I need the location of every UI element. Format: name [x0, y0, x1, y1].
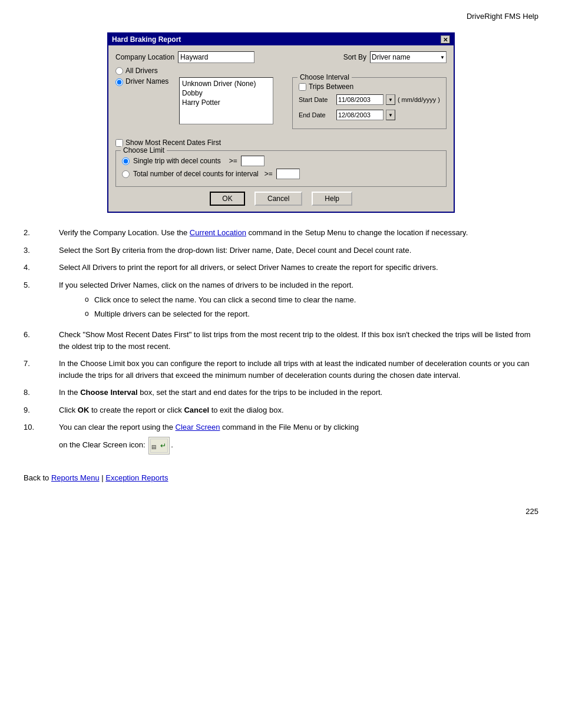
step-8-bold: Choose Interval: [80, 388, 138, 397]
single-trip-input[interactable]: [241, 156, 265, 166]
single-trip-gte: >=: [229, 157, 237, 165]
step-7-num: 7.: [24, 358, 59, 381]
step-9-cancel: Cancel: [184, 406, 209, 414]
sort-by-label: Sort By: [343, 53, 366, 61]
total-decel-input[interactable]: [276, 169, 300, 179]
company-location-label: Company Location: [115, 53, 174, 61]
cancel-button[interactable]: Cancel: [254, 192, 302, 206]
list-item[interactable]: Unknown Driver (None): [181, 79, 272, 88]
step-5-text: If you selected Driver Names, click on t…: [59, 281, 353, 289]
sort-by-area: Sort By Driver name Date Decel count Dec…: [343, 51, 447, 63]
dialog-titlebar: Hard Braking Report ✕: [108, 34, 454, 45]
step-10-period: .: [171, 440, 173, 449]
step-6: 6. Check "Show Most Recent Dates First" …: [24, 329, 538, 352]
step-4-num: 4.: [24, 262, 59, 274]
trips-between-label: Trips Between: [309, 83, 353, 91]
single-trip-row: Single trip with decel counts >=: [122, 156, 440, 166]
total-decel-label: Total number of decel counts for interva…: [133, 170, 259, 178]
step-7-text: In the Choose Limit box you can configur…: [59, 358, 538, 381]
page-header: DriveRight FMS Help: [24, 12, 538, 21]
all-drivers-label: All Drivers: [125, 67, 158, 75]
back-prefix: Back to: [24, 473, 51, 482]
step-3-text: Select the Sort By criteria from the dro…: [59, 245, 538, 256]
step-8: 8. In the Choose Interval box, set the s…: [24, 387, 538, 398]
start-date-dropdown[interactable]: ▼: [386, 94, 395, 105]
step-5-num: 5.: [24, 279, 59, 324]
trips-between-checkbox[interactable]: [299, 83, 306, 91]
single-trip-radio[interactable]: [122, 157, 130, 165]
step-5-sub1: Click once to select the name. You can c…: [82, 294, 538, 306]
step-5: 5. If you selected Driver Names, click o…: [24, 279, 538, 324]
choose-interval-box: Choose Interval Trips Between Start Date…: [292, 77, 447, 129]
button-row: OK Cancel Help: [115, 192, 447, 206]
single-trip-label: Single trip with decel counts: [133, 157, 221, 165]
dialog-body: Company Location Sort By Driver name Dat…: [108, 45, 454, 212]
step-9: 9. Click OK to create the report or clic…: [24, 404, 538, 416]
step-3: 3. Select the Sort By criteria from the …: [24, 245, 538, 256]
choose-limit-box: Choose Limit Single trip with decel coun…: [115, 150, 447, 187]
clear-screen-link[interactable]: Clear Screen: [176, 423, 220, 431]
dialog-container: Hard Braking Report ✕ Company Location S…: [24, 32, 538, 213]
step-4-text: Select All Drivers to print the report f…: [59, 262, 538, 274]
back-links: Back to Reports Menu | Exception Reports: [24, 472, 538, 484]
list-item[interactable]: Harry Potter: [181, 98, 272, 107]
driver-names-radio[interactable]: [115, 78, 123, 86]
page-number-value: 225: [525, 507, 538, 516]
left-section: Driver Names Unknown Driver (None) Dobby…: [115, 77, 286, 134]
hard-braking-dialog: Hard Braking Report ✕ Company Location S…: [107, 32, 455, 213]
company-location-input[interactable]: [178, 51, 254, 63]
company-location-area: Company Location: [115, 51, 254, 63]
show-recent-row: Show Most Recent Dates First: [115, 139, 447, 147]
driver-names-row: Driver Names Unknown Driver (None) Dobby…: [115, 77, 286, 124]
step-9-text: Click OK to create the report or click C…: [59, 404, 538, 416]
header-title: DriveRight FMS Help: [467, 12, 538, 21]
step-2-text: Verify the Company Location. Use the Cur…: [59, 227, 538, 239]
step-5-sub2: Multiple drivers can be selected for the…: [82, 308, 538, 320]
current-location-link[interactable]: Current Location: [190, 228, 246, 237]
trips-between-row: Trips Between: [299, 83, 440, 91]
exception-reports-link[interactable]: Exception Reports: [105, 473, 168, 482]
step-6-num: 6.: [24, 329, 59, 352]
start-date-input[interactable]: [336, 94, 384, 105]
end-date-row: End Date ▼: [299, 110, 440, 120]
top-row: Company Location Sort By Driver name Dat…: [115, 51, 447, 63]
step-10-content: You can clear the report using the Clear…: [59, 421, 538, 454]
start-date-label: Start Date: [299, 96, 334, 103]
step-6-text: Check "Show Most Recent Dates First" to …: [59, 329, 538, 352]
show-recent-label: Show Most Recent Dates First: [125, 139, 221, 147]
step-5-sublist: Click once to select the name. You can c…: [82, 294, 538, 319]
dialog-close-button[interactable]: ✕: [441, 35, 450, 44]
end-date-dropdown[interactable]: ▼: [386, 110, 395, 120]
dialog-title: Hard Braking Report: [112, 35, 181, 44]
step-5-content: If you selected Driver Names, click on t…: [59, 279, 538, 324]
ok-button[interactable]: OK: [210, 192, 245, 206]
start-date-row: Start Date ▼ ( mm/dd/yyyy ): [299, 94, 440, 105]
all-drivers-row: All Drivers: [115, 67, 447, 75]
step-10-icon-line: on the Clear Screen icon: ↵ ▤ .: [59, 437, 538, 454]
step-9-ok: OK: [78, 406, 90, 414]
step-10-icon-prefix: on the Clear Screen icon:: [59, 440, 147, 449]
step-4: 4. Select All Drivers to print the repor…: [24, 262, 538, 274]
clear-screen-icon: ↵ ▤: [148, 437, 170, 454]
step-10-num: 10.: [24, 421, 59, 454]
driver-listbox[interactable]: Unknown Driver (None) Dobby Harry Potter: [179, 77, 273, 124]
back-separator: |: [100, 473, 106, 482]
show-recent-checkbox[interactable]: [115, 139, 123, 147]
step-8-num: 8.: [24, 387, 59, 398]
page-content: 2. Verify the Company Location. Use the …: [24, 227, 538, 483]
total-decel-gte: >=: [265, 170, 273, 178]
help-button[interactable]: Help: [312, 192, 352, 206]
step-2: 2. Verify the Company Location. Use the …: [24, 227, 538, 239]
list-item[interactable]: Dobby: [181, 88, 272, 98]
end-date-input[interactable]: [336, 110, 384, 120]
sort-by-select[interactable]: Driver name Date Decel count Decel count…: [370, 51, 447, 63]
step-9-num: 9.: [24, 404, 59, 416]
date-format-label: ( mm/dd/yyyy ): [398, 96, 440, 103]
total-decel-radio[interactable]: [122, 170, 130, 178]
middle-section: Driver Names Unknown Driver (None) Dobby…: [115, 77, 447, 134]
total-decel-row: Total number of decel counts for interva…: [122, 169, 440, 179]
all-drivers-radio[interactable]: [115, 67, 123, 75]
reports-menu-link[interactable]: Reports Menu: [51, 473, 100, 482]
step-10: 10. You can clear the report using the C…: [24, 421, 538, 454]
step-3-num: 3.: [24, 245, 59, 256]
